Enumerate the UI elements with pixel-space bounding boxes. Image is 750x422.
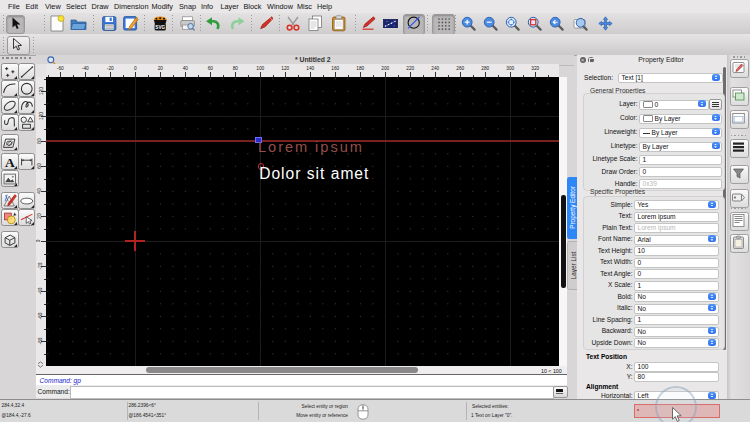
svg-text:SVG: SVG	[155, 25, 165, 30]
